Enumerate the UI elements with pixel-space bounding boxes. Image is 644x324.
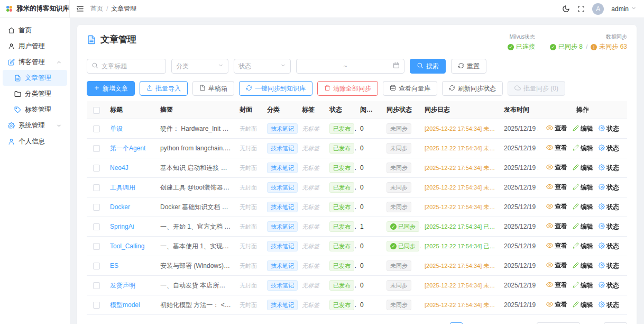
select-all-checkbox[interactable] bbox=[93, 107, 100, 114]
row-checkbox[interactable] bbox=[93, 145, 100, 152]
edit-button[interactable]: 编辑 bbox=[573, 183, 593, 192]
article-table-container[interactable]: 标题摘要封面分类标签状态阅读量同步状态同步日志发布时间创建时间操作 单设硬件： … bbox=[87, 101, 627, 315]
status-button[interactable]: 状态 bbox=[599, 124, 619, 133]
edit-button[interactable]: 编辑 bbox=[573, 124, 593, 133]
row-checkbox[interactable] bbox=[93, 223, 100, 230]
row-checkbox[interactable] bbox=[93, 302, 100, 309]
category-select[interactable]: 分类 bbox=[171, 59, 228, 74]
article-title-link[interactable]: ES bbox=[110, 262, 118, 269]
row-checkbox[interactable] bbox=[93, 263, 100, 269]
article-title-link[interactable]: 第一个Agent bbox=[110, 145, 145, 152]
article-title-link[interactable]: 发货声明 bbox=[110, 282, 135, 289]
category-badge: 技术笔记 bbox=[267, 221, 298, 232]
sidebar-item-profile[interactable]: 个人信息 bbox=[3, 133, 67, 149]
user-menu[interactable]: admin bbox=[611, 5, 637, 13]
edit-button[interactable]: 编辑 bbox=[573, 222, 593, 231]
read-count: 0 bbox=[356, 119, 382, 139]
article-title-link[interactable]: Docker bbox=[110, 203, 130, 211]
edit-button[interactable]: 编辑 bbox=[573, 242, 593, 251]
sidebar: 首页 用户管理 博客管理 文章管理 分类管理 标签管理 bbox=[0, 18, 70, 324]
column-header: 摘要 bbox=[156, 101, 235, 119]
clear-sync-button[interactable]: 清除全部同步 bbox=[317, 81, 378, 96]
edit-button[interactable]: 编辑 bbox=[573, 203, 593, 212]
add-article-button[interactable]: 新增文章 bbox=[87, 81, 135, 96]
fullscreen-icon[interactable] bbox=[577, 5, 585, 13]
check-circle-icon: ✓ bbox=[508, 44, 514, 50]
status-button[interactable]: 状态 bbox=[599, 281, 619, 290]
view-button[interactable]: 查看 bbox=[546, 143, 567, 152]
row-checkbox[interactable] bbox=[93, 184, 100, 191]
status-badge: 已发布 bbox=[329, 123, 354, 134]
row-checkbox[interactable] bbox=[93, 204, 100, 211]
view-button[interactable]: 查看 bbox=[546, 163, 567, 172]
view-button[interactable]: 查看 bbox=[546, 281, 567, 290]
edit-button[interactable]: 编辑 bbox=[573, 164, 593, 173]
view-button[interactable]: 查看 bbox=[546, 241, 567, 250]
sidebar-item-article-mgmt[interactable]: 文章管理 bbox=[3, 70, 67, 86]
view-button[interactable]: 查看 bbox=[546, 183, 567, 192]
date-range-picker[interactable]: ~ bbox=[296, 59, 404, 74]
title-search-input[interactable] bbox=[102, 62, 161, 70]
sync-status-badge: 未同步 bbox=[387, 300, 411, 310]
avatar[interactable]: A bbox=[592, 3, 604, 15]
refresh-icon bbox=[449, 85, 455, 93]
category-badge: 技术笔记 bbox=[267, 241, 298, 251]
view-button[interactable]: 查看 bbox=[546, 202, 567, 211]
drafts-button[interactable]: 草稿箱 bbox=[192, 81, 234, 96]
status-select[interactable]: 状态 bbox=[234, 59, 291, 74]
article-title-link[interactable]: Neo4J bbox=[110, 164, 128, 172]
batch-import-button[interactable]: 批量导入 bbox=[140, 81, 188, 96]
edit-button[interactable]: 编辑 bbox=[573, 262, 593, 271]
article-title-link[interactable]: Tool_Calling bbox=[110, 242, 144, 250]
edit-button[interactable]: 编辑 bbox=[573, 281, 593, 290]
article-title-link[interactable]: 工具调用 bbox=[110, 184, 135, 191]
column-header: 分类 bbox=[263, 101, 298, 119]
dark-mode-toggle-icon[interactable] bbox=[562, 5, 570, 13]
row-checkbox[interactable] bbox=[93, 282, 100, 289]
status-button[interactable]: 状态 bbox=[599, 144, 619, 153]
title-search-field[interactable] bbox=[87, 59, 166, 74]
sync-all-label: 一键同步到知识库 bbox=[255, 84, 306, 93]
row-checkbox[interactable] bbox=[93, 243, 100, 250]
status-button[interactable]: 状态 bbox=[599, 301, 619, 310]
view-button[interactable]: 查看 bbox=[546, 222, 567, 231]
status-button[interactable]: 状态 bbox=[599, 262, 619, 271]
status-button[interactable]: 状态 bbox=[599, 222, 619, 231]
edit-button[interactable]: 编辑 bbox=[573, 144, 593, 153]
row-checkbox[interactable] bbox=[93, 165, 100, 172]
sync-status-badge: ✓已同步 bbox=[387, 241, 419, 251]
article-row: 发货声明一、自动发货 本店所有商品...无封面技术笔记无标签已发布0未同步[20… bbox=[87, 276, 627, 295]
sidebar-item-category-mgmt[interactable]: 分类管理 bbox=[3, 86, 67, 102]
refresh-sync-button[interactable]: 刷新同步状态 bbox=[442, 81, 503, 96]
article-title-link[interactable]: SpringAi bbox=[110, 223, 134, 230]
row-checkbox[interactable] bbox=[93, 125, 100, 132]
batch-sync-label: 批量同步 (0) bbox=[523, 84, 558, 93]
category-select-placeholder: 分类 bbox=[176, 62, 189, 71]
sidebar-item-home[interactable]: 首页 bbox=[3, 22, 67, 38]
view-button[interactable]: 查看 bbox=[546, 261, 567, 270]
sidebar-item-tag-mgmt[interactable]: 标签管理 bbox=[3, 102, 67, 118]
status-button[interactable]: 状态 bbox=[599, 183, 619, 192]
sidebar-item-system-mgmt[interactable]: 系统管理 bbox=[3, 118, 67, 133]
status-button[interactable]: 状态 bbox=[599, 164, 619, 173]
gear-icon bbox=[599, 242, 605, 250]
chevron-down-icon bbox=[56, 123, 62, 129]
status-button[interactable]: 状态 bbox=[599, 203, 619, 212]
view-button[interactable]: 查看 bbox=[546, 300, 567, 309]
article-title-link[interactable]: 模型model bbox=[110, 301, 140, 309]
edit-button[interactable]: 编辑 bbox=[573, 301, 593, 310]
search-button[interactable]: 搜索 bbox=[410, 59, 446, 74]
sidebar-item-user-mgmt[interactable]: 用户管理 bbox=[3, 38, 67, 54]
sync-all-button[interactable]: 一键同步到知识库 bbox=[239, 81, 312, 96]
view-vector-button[interactable]: 查看向量库 bbox=[383, 81, 437, 96]
sidebar-item-label: 标签管理 bbox=[25, 105, 51, 114]
sidebar-item-blog-mgmt[interactable]: 博客管理 bbox=[3, 54, 67, 70]
toolbar-row: 新增文章 批量导入 草稿箱 一键同步到知识库 bbox=[87, 81, 627, 96]
view-button[interactable]: 查看 bbox=[546, 124, 567, 133]
breadcrumb-home[interactable]: 首页 bbox=[90, 4, 103, 13]
sidebar-collapse-icon[interactable] bbox=[76, 5, 84, 13]
reset-button[interactable]: 重置 bbox=[451, 59, 486, 74]
article-title-link[interactable]: 单设 bbox=[110, 125, 123, 132]
column-header: 封面 bbox=[235, 101, 263, 119]
status-button[interactable]: 状态 bbox=[599, 242, 619, 251]
